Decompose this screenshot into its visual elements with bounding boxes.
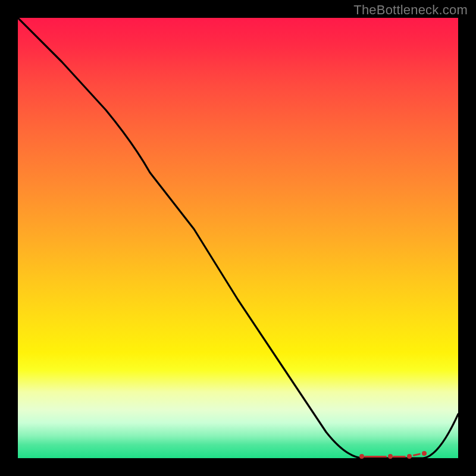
marker-dash: [413, 453, 421, 456]
plot-area: [18, 18, 458, 458]
marker-dot: [407, 454, 412, 459]
marker-dot: [422, 451, 427, 456]
marker-dash: [393, 456, 406, 458]
watermark-text: TheBottleneck.com: [353, 2, 468, 18]
marker-dot: [359, 454, 364, 459]
marker-dash: [364, 456, 387, 458]
chart-page: TheBottleneck.com: [0, 0, 476, 476]
highlight-markers: [18, 18, 458, 458]
marker-dot: [388, 454, 393, 459]
